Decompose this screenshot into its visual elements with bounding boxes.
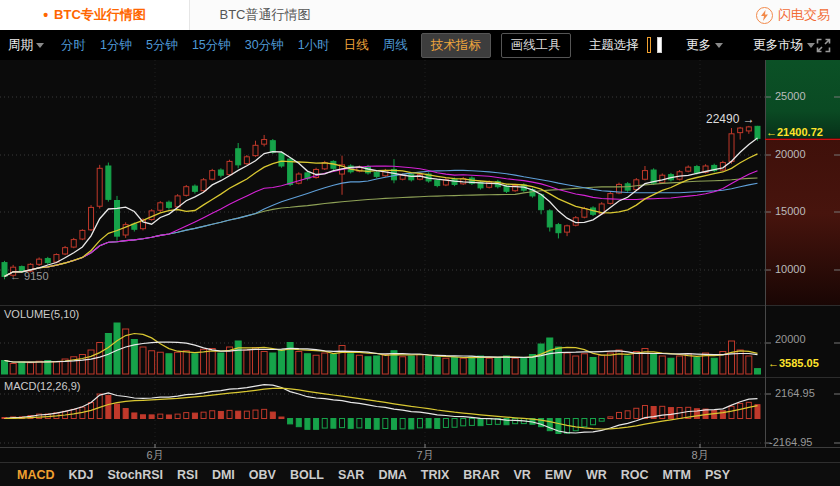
volume-axis-tick: 20000 bbox=[775, 333, 806, 346]
tab-btc-normal-chart[interactable]: BTC普通行情图 bbox=[190, 0, 340, 30]
macd-histogram bbox=[2, 394, 760, 433]
macd-axis-tick: 2164.95 bbox=[775, 387, 815, 400]
more-markets-dropdown[interactable]: 更多市场 bbox=[753, 37, 815, 54]
technical-indicator-button[interactable]: 技术指标 bbox=[421, 33, 491, 58]
drawing-tools-button[interactable]: 画线工具 bbox=[501, 33, 571, 58]
indicator-tab-brar[interactable]: BRAR bbox=[456, 468, 506, 482]
macd-axis-tick: -2164.95 bbox=[769, 436, 812, 449]
time-axis: 6月7月8月 bbox=[0, 449, 765, 462]
period-option[interactable]: 日线 bbox=[344, 37, 369, 54]
indicator-tab-psy[interactable]: PSY bbox=[698, 468, 737, 482]
period-option[interactable]: 30分钟 bbox=[245, 37, 284, 54]
period-option[interactable]: 5分钟 bbox=[146, 37, 178, 54]
low-annotation: ← 9150 bbox=[10, 270, 49, 283]
theme-swatch-dark[interactable] bbox=[647, 37, 652, 53]
trading-app: • BTC专业行情图 BTC普通行情图 闪电交易 周期 分时1分钟5分钟15分钟… bbox=[0, 0, 840, 486]
theme-swatch-light[interactable] bbox=[657, 37, 662, 53]
indicator-tab-macd[interactable]: MACD bbox=[10, 468, 62, 482]
lightning-trade-button[interactable]: 闪电交易 bbox=[756, 0, 830, 30]
indicator-tab-rsi[interactable]: RSI bbox=[170, 468, 205, 482]
indicator-tab-dmi[interactable]: DMI bbox=[205, 468, 242, 482]
fullscreen-expand-icon[interactable] bbox=[815, 37, 832, 54]
more-dropdown[interactable]: 更多 bbox=[686, 37, 723, 54]
theme-select-label: 主题选择 bbox=[589, 37, 639, 54]
lightning-bolt-icon bbox=[756, 7, 773, 24]
indicator-tab-kdj[interactable]: KDJ bbox=[62, 468, 101, 482]
chart-area: 25000200001500010000 22490 → ← 9150 ←214… bbox=[0, 60, 840, 462]
indicator-tab-roc[interactable]: ROC bbox=[614, 468, 656, 482]
tabbar-spacer bbox=[340, 0, 756, 30]
price-axis-tick: 20000 bbox=[775, 148, 806, 161]
indicator-tab-obv[interactable]: OBV bbox=[242, 468, 283, 482]
time-axis-label: 8月 bbox=[691, 449, 708, 462]
indicator-tab-vr[interactable]: VR bbox=[506, 468, 537, 482]
current-price-label: ←21400.72 bbox=[766, 126, 823, 139]
indicator-tab-stochrsi[interactable]: StochRSI bbox=[101, 468, 171, 482]
tab-btc-pro-chart-label: BTC专业行情图 bbox=[54, 6, 146, 24]
period-list: 分时1分钟5分钟15分钟30分钟1小时日线周线 bbox=[61, 37, 408, 54]
lightning-trade-label: 闪电交易 bbox=[778, 6, 830, 24]
indicator-tab-dma[interactable]: DMA bbox=[371, 468, 413, 482]
candlestick-series bbox=[2, 126, 760, 279]
period-dropdown[interactable]: 周期 bbox=[8, 37, 44, 54]
chevron-down-icon bbox=[715, 43, 723, 48]
period-dropdown-label: 周期 bbox=[8, 37, 33, 54]
period-option[interactable]: 15分钟 bbox=[192, 37, 231, 54]
indicator-tab-boll[interactable]: BOLL bbox=[283, 468, 331, 482]
time-axis-label: 7月 bbox=[416, 449, 433, 462]
macd-pane-title: MACD(12,26,9) bbox=[4, 380, 80, 392]
indicator-tab-sar[interactable]: SAR bbox=[331, 468, 371, 482]
tab-btc-normal-chart-label: BTC普通行情图 bbox=[220, 6, 311, 24]
high-annotation: 22490 → bbox=[706, 113, 755, 126]
indicator-tab-bar: MACDKDJStochRSIRSIDMIOBVBOLLSARDMATRIXBR… bbox=[0, 462, 840, 486]
tab-btc-pro-chart[interactable]: • BTC专业行情图 bbox=[0, 0, 190, 30]
period-option[interactable]: 周线 bbox=[383, 37, 408, 54]
indicator-tab-emv[interactable]: EMV bbox=[538, 468, 579, 482]
time-axis-label: 6月 bbox=[146, 449, 163, 462]
more-markets-label: 更多市场 bbox=[753, 37, 803, 54]
more-dropdown-label: 更多 bbox=[686, 37, 711, 54]
indicator-tab-mtm[interactable]: MTM bbox=[656, 468, 698, 482]
volume-current-label: ←3585.05 bbox=[768, 357, 819, 370]
chart-toolbar: 周期 分时1分钟5分钟15分钟30分钟1小时日线周线 技术指标 画线工具 主题选… bbox=[0, 30, 840, 60]
volume-series bbox=[2, 323, 761, 374]
chevron-down-icon bbox=[807, 43, 815, 48]
period-option[interactable]: 1分钟 bbox=[100, 37, 132, 54]
price-axis-tick: 10000 bbox=[775, 263, 806, 276]
top-tab-bar: • BTC专业行情图 BTC普通行情图 闪电交易 bbox=[0, 0, 840, 30]
indicator-tab-wr[interactable]: WR bbox=[579, 468, 614, 482]
chevron-down-icon bbox=[36, 43, 44, 48]
period-option[interactable]: 1小时 bbox=[298, 37, 330, 54]
price-axis-tick: 15000 bbox=[775, 205, 806, 218]
active-tab-bullet-icon: • bbox=[43, 8, 48, 22]
volume-pane-title: VOLUME(5,10) bbox=[4, 308, 79, 320]
price-axis-tick: 25000 bbox=[775, 90, 806, 103]
indicator-tab-trix[interactable]: TRIX bbox=[414, 468, 456, 482]
period-option[interactable]: 分时 bbox=[61, 37, 86, 54]
